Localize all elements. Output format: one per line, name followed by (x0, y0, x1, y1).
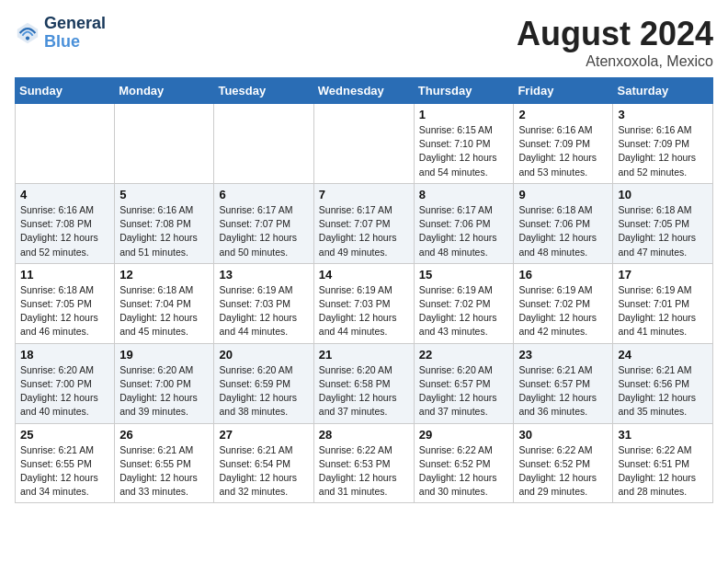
weekday-header: Monday (115, 78, 214, 104)
calendar-cell (313, 104, 414, 184)
calendar-week-row: 18Sunrise: 6:20 AM Sunset: 7:00 PM Dayli… (16, 343, 713, 423)
day-info: Sunrise: 6:19 AM Sunset: 7:02 PM Dayligh… (518, 283, 608, 339)
day-info: Sunrise: 6:20 AM Sunset: 7:00 PM Dayligh… (20, 363, 109, 419)
day-number: 1 (419, 108, 509, 121)
day-number: 28 (319, 428, 409, 442)
day-info: Sunrise: 6:21 AM Sunset: 6:55 PM Dayligh… (20, 443, 109, 500)
calendar-cell: 24Sunrise: 6:21 AM Sunset: 6:56 PM Dayli… (613, 343, 713, 423)
calendar-cell: 10Sunrise: 6:18 AM Sunset: 7:05 PM Dayli… (613, 183, 713, 263)
day-number: 12 (119, 268, 209, 282)
day-info: Sunrise: 6:17 AM Sunset: 7:07 PM Dayligh… (319, 203, 409, 259)
day-info: Sunrise: 6:17 AM Sunset: 7:06 PM Dayligh… (419, 203, 509, 259)
calendar-cell: 20Sunrise: 6:20 AM Sunset: 6:59 PM Dayli… (214, 343, 313, 423)
calendar-week-row: 11Sunrise: 6:18 AM Sunset: 7:05 PM Dayli… (16, 263, 713, 343)
day-info: Sunrise: 6:21 AM Sunset: 6:56 PM Dayligh… (618, 363, 708, 419)
calendar-cell: 28Sunrise: 6:22 AM Sunset: 6:53 PM Dayli… (313, 423, 414, 503)
day-number: 21 (319, 348, 409, 362)
calendar-cell: 9Sunrise: 6:18 AM Sunset: 7:06 PM Daylig… (514, 183, 613, 263)
day-info: Sunrise: 6:22 AM Sunset: 6:52 PM Dayligh… (518, 443, 608, 500)
day-info: Sunrise: 6:21 AM Sunset: 6:55 PM Dayligh… (119, 443, 209, 500)
day-number: 27 (219, 428, 308, 442)
day-number: 14 (319, 268, 409, 282)
calendar-cell (16, 104, 115, 184)
calendar-cell: 21Sunrise: 6:20 AM Sunset: 6:58 PM Dayli… (313, 343, 414, 423)
day-info: Sunrise: 6:20 AM Sunset: 6:58 PM Dayligh… (319, 363, 409, 419)
calendar-cell: 8Sunrise: 6:17 AM Sunset: 7:06 PM Daylig… (414, 183, 514, 263)
day-info: Sunrise: 6:18 AM Sunset: 7:06 PM Dayligh… (518, 203, 608, 259)
day-info: Sunrise: 6:15 AM Sunset: 7:10 PM Dayligh… (419, 123, 509, 179)
location: Atenxoxola, Mexico (517, 53, 713, 70)
day-number: 19 (119, 348, 209, 362)
day-number: 8 (419, 188, 509, 201)
calendar-cell: 4Sunrise: 6:16 AM Sunset: 7:08 PM Daylig… (16, 183, 115, 263)
day-info: Sunrise: 6:22 AM Sunset: 6:53 PM Dayligh… (319, 443, 409, 500)
calendar-week-row: 1Sunrise: 6:15 AM Sunset: 7:10 PM Daylig… (16, 104, 713, 184)
day-info: Sunrise: 6:17 AM Sunset: 7:07 PM Dayligh… (219, 203, 308, 259)
calendar-week-row: 4Sunrise: 6:16 AM Sunset: 7:08 PM Daylig… (16, 183, 713, 263)
calendar-cell: 12Sunrise: 6:18 AM Sunset: 7:04 PM Dayli… (115, 263, 214, 343)
title-block: August 2024 Atenxoxola, Mexico (517, 15, 713, 70)
calendar-cell: 15Sunrise: 6:19 AM Sunset: 7:02 PM Dayli… (414, 263, 514, 343)
calendar-cell: 16Sunrise: 6:19 AM Sunset: 7:02 PM Dayli… (514, 263, 613, 343)
day-info: Sunrise: 6:19 AM Sunset: 7:02 PM Dayligh… (419, 283, 509, 339)
day-number: 6 (219, 188, 308, 201)
calendar-cell: 31Sunrise: 6:22 AM Sunset: 6:51 PM Dayli… (613, 423, 713, 503)
day-number: 29 (419, 428, 509, 442)
calendar-cell: 19Sunrise: 6:20 AM Sunset: 7:00 PM Dayli… (115, 343, 214, 423)
day-info: Sunrise: 6:20 AM Sunset: 7:00 PM Dayligh… (119, 363, 209, 419)
day-number: 23 (518, 348, 608, 362)
day-info: Sunrise: 6:19 AM Sunset: 7:03 PM Dayligh… (319, 283, 409, 339)
weekday-header: Thursday (414, 78, 514, 104)
calendar-cell: 29Sunrise: 6:22 AM Sunset: 6:52 PM Dayli… (414, 423, 514, 503)
calendar-cell: 3Sunrise: 6:16 AM Sunset: 7:09 PM Daylig… (613, 104, 713, 184)
calendar-cell (115, 104, 214, 184)
calendar-cell: 26Sunrise: 6:21 AM Sunset: 6:55 PM Dayli… (115, 423, 214, 503)
weekday-header: Friday (514, 78, 613, 104)
day-number: 16 (518, 268, 608, 282)
day-number: 20 (219, 348, 308, 362)
day-info: Sunrise: 6:21 AM Sunset: 6:57 PM Dayligh… (518, 363, 608, 419)
svg-point-1 (26, 36, 29, 40)
day-number: 26 (119, 428, 209, 442)
day-number: 4 (20, 188, 109, 201)
logo: General Blue (15, 15, 106, 52)
day-info: Sunrise: 6:22 AM Sunset: 6:52 PM Dayligh… (419, 443, 509, 500)
calendar-cell: 23Sunrise: 6:21 AM Sunset: 6:57 PM Dayli… (514, 343, 613, 423)
day-info: Sunrise: 6:18 AM Sunset: 7:05 PM Dayligh… (618, 203, 708, 259)
calendar-cell: 1Sunrise: 6:15 AM Sunset: 7:10 PM Daylig… (414, 104, 514, 184)
calendar-cell: 25Sunrise: 6:21 AM Sunset: 6:55 PM Dayli… (16, 423, 115, 503)
day-info: Sunrise: 6:20 AM Sunset: 6:57 PM Dayligh… (419, 363, 509, 419)
day-number: 10 (618, 188, 708, 201)
weekday-header: Sunday (16, 78, 115, 104)
day-number: 17 (618, 268, 708, 282)
month-title: August 2024 (517, 15, 713, 53)
day-number: 7 (319, 188, 409, 201)
calendar-cell: 13Sunrise: 6:19 AM Sunset: 7:03 PM Dayli… (214, 263, 313, 343)
day-info: Sunrise: 6:16 AM Sunset: 7:09 PM Dayligh… (618, 123, 708, 179)
calendar-cell (214, 104, 313, 184)
calendar-cell: 27Sunrise: 6:21 AM Sunset: 6:54 PM Dayli… (214, 423, 313, 503)
day-number: 13 (219, 268, 308, 282)
calendar-cell: 22Sunrise: 6:20 AM Sunset: 6:57 PM Dayli… (414, 343, 514, 423)
calendar-cell: 5Sunrise: 6:16 AM Sunset: 7:08 PM Daylig… (115, 183, 214, 263)
weekday-header: Tuesday (214, 78, 313, 104)
day-number: 5 (119, 188, 209, 201)
day-info: Sunrise: 6:16 AM Sunset: 7:09 PM Dayligh… (518, 123, 608, 179)
calendar-cell: 30Sunrise: 6:22 AM Sunset: 6:52 PM Dayli… (514, 423, 613, 503)
day-info: Sunrise: 6:20 AM Sunset: 6:59 PM Dayligh… (219, 363, 308, 419)
day-info: Sunrise: 6:16 AM Sunset: 7:08 PM Dayligh… (20, 203, 109, 259)
day-info: Sunrise: 6:16 AM Sunset: 7:08 PM Dayligh… (119, 203, 209, 259)
page-header: General Blue August 2024 Atenxoxola, Mex… (15, 15, 713, 70)
day-number: 22 (419, 348, 509, 362)
calendar-week-row: 25Sunrise: 6:21 AM Sunset: 6:55 PM Dayli… (16, 423, 713, 503)
calendar-cell: 11Sunrise: 6:18 AM Sunset: 7:05 PM Dayli… (16, 263, 115, 343)
weekday-header: Wednesday (313, 78, 414, 104)
calendar-cell: 2Sunrise: 6:16 AM Sunset: 7:09 PM Daylig… (514, 104, 613, 184)
day-number: 25 (20, 428, 109, 442)
day-info: Sunrise: 6:19 AM Sunset: 7:01 PM Dayligh… (618, 283, 708, 339)
day-number: 18 (20, 348, 109, 362)
calendar-cell: 7Sunrise: 6:17 AM Sunset: 7:07 PM Daylig… (313, 183, 414, 263)
day-info: Sunrise: 6:19 AM Sunset: 7:03 PM Dayligh… (219, 283, 308, 339)
day-number: 3 (618, 108, 708, 121)
calendar-cell: 18Sunrise: 6:20 AM Sunset: 7:00 PM Dayli… (16, 343, 115, 423)
